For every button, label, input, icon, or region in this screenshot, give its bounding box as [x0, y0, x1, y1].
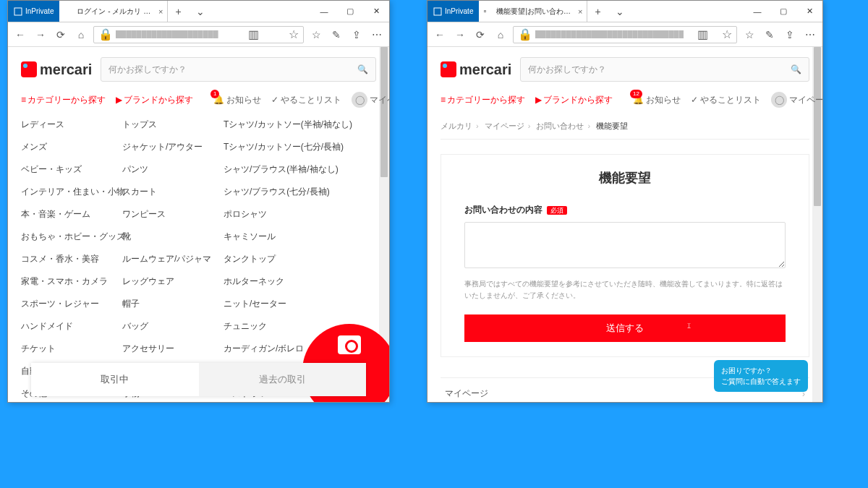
url-field[interactable]: 🔒 █████████████████████████████ ▥ ☆: [513, 26, 737, 43]
category-item[interactable]: アクセサリー: [122, 338, 212, 360]
maximize-button[interactable]: ▢: [337, 1, 363, 22]
category-item[interactable]: ニット/セーター: [224, 293, 365, 315]
category-item[interactable]: おもちゃ・ホビー・グッズ: [21, 226, 111, 248]
tab-title: 機能要望|お問い合わせ -: [496, 7, 574, 17]
share-icon[interactable]: ⇪: [349, 27, 365, 43]
page-content: mercari 何かお探しですか？ 🔍 ≡カテゴリーから探す ▶ブランドから探す…: [8, 47, 389, 402]
new-tab-button[interactable]: +: [587, 1, 608, 22]
search-icon[interactable]: 🔍: [357, 64, 368, 74]
browser-tab[interactable]: ▫ 機能要望|お問い合わせ - ×: [479, 1, 587, 22]
category-item[interactable]: トップス: [122, 114, 212, 136]
favorites-icon[interactable]: ☆: [308, 27, 324, 43]
forward-button[interactable]: →: [452, 27, 468, 43]
reader-icon[interactable]: ▥: [697, 27, 708, 41]
maximize-button[interactable]: ▢: [770, 1, 796, 22]
category-item[interactable]: ルームウェア/パジャマ: [122, 248, 212, 270]
browser-tab[interactable]: ログイン - メルカリ スマホで ×: [59, 1, 168, 22]
notes-icon[interactable]: ✎: [762, 27, 778, 43]
submit-button[interactable]: 送信する𝙸: [464, 314, 786, 342]
favorites-icon[interactable]: ☆: [741, 27, 757, 43]
tab-chevron-icon[interactable]: ⌄: [608, 1, 631, 22]
category-item[interactable]: シャツ/ブラウス(七分/長袖): [224, 181, 365, 203]
category-item[interactable]: シャツ/ブラウス(半袖/袖なし): [224, 158, 365, 181]
share-icon[interactable]: ⇪: [782, 27, 798, 43]
category-item[interactable]: 本・音楽・ゲーム: [21, 203, 111, 226]
more-icon[interactable]: ⋯: [802, 27, 818, 43]
nav-category[interactable]: ≡カテゴリーから探す: [441, 94, 525, 106]
nav-brand[interactable]: ▶ブランドから探す: [535, 94, 613, 106]
tab-close-icon[interactable]: ×: [158, 7, 163, 16]
nav-mypage[interactable]: ◯マイページ: [771, 92, 822, 108]
nav-todo[interactable]: ✓やることリスト: [271, 94, 341, 106]
refresh-button[interactable]: ⟳: [53, 27, 69, 43]
mercari-logo[interactable]: mercari: [441, 61, 511, 78]
crumb-item[interactable]: メルカリ: [441, 121, 472, 130]
category-item[interactable]: ワンピース: [122, 203, 212, 226]
category-item[interactable]: ジャケット/アウター: [122, 136, 212, 158]
tab-active-trades[interactable]: 取引中: [31, 363, 199, 396]
category-item[interactable]: インテリア・住まい・小物: [21, 181, 111, 203]
lock-icon: 🔒: [518, 27, 532, 41]
category-item[interactable]: パンツ: [122, 158, 212, 181]
category-item[interactable]: 帽子: [122, 293, 212, 315]
category-item[interactable]: チケット: [21, 338, 111, 360]
form-note: 事務局ではすべての機能要望を参考にさせていただき随時、機能改善してまいります。特…: [464, 278, 786, 301]
home-button[interactable]: ⌂: [493, 27, 509, 43]
category-item[interactable]: スポーツ・レジャー: [21, 293, 111, 315]
nav-notice[interactable]: 1🔔お知らせ: [213, 94, 261, 106]
category-item[interactable]: コスメ・香水・美容: [21, 248, 111, 270]
category-item[interactable]: レディース: [21, 114, 111, 136]
crumb-item[interactable]: お問い合わせ: [536, 121, 584, 130]
forward-button[interactable]: →: [33, 27, 48, 43]
inquiry-textarea[interactable]: [464, 222, 786, 268]
browser-window-right: InPrivate ▫ 機能要望|お問い合わせ - × + ⌄ — ▢ ✕ ← …: [427, 0, 823, 403]
reader-icon[interactable]: ▥: [248, 27, 259, 41]
feature-request-form: 機能要望 お問い合わせの内容必須 事務局ではすべての機能要望を参考にさせていただ…: [441, 154, 809, 357]
category-item[interactable]: 靴: [122, 226, 212, 248]
more-icon[interactable]: ⋯: [369, 27, 385, 43]
search-icon[interactable]: 🔍: [791, 64, 801, 74]
back-button[interactable]: ←: [12, 27, 28, 43]
category-item[interactable]: Tシャツ/カットソー(七分/長袖): [224, 136, 365, 158]
minimize-button[interactable]: —: [744, 1, 770, 22]
category-item[interactable]: キャミソール: [224, 226, 365, 248]
nav-notice[interactable]: 12🔔お知らせ: [633, 94, 681, 106]
category-item[interactable]: スカート: [122, 181, 212, 203]
tab-close-icon[interactable]: ×: [578, 7, 582, 16]
search-input[interactable]: 何かお探しですか？ 🔍: [101, 57, 376, 82]
tab-past-trades[interactable]: 過去の取引: [199, 363, 367, 396]
notes-icon[interactable]: ✎: [328, 27, 344, 43]
new-tab-button[interactable]: +: [168, 1, 188, 22]
category-item[interactable]: ハンドメイド: [21, 315, 111, 338]
category-item[interactable]: タンクトップ: [224, 248, 365, 270]
star-icon[interactable]: ☆: [722, 27, 732, 41]
category-item[interactable]: レッグウェア: [122, 270, 212, 293]
search-input[interactable]: 何かお探しですか？ 🔍: [520, 57, 809, 82]
titlebar: InPrivate ログイン - メルカリ スマホで × + ⌄ — ▢ ✕: [8, 1, 389, 22]
category-item[interactable]: Tシャツ/カットソー(半袖/袖なし): [224, 114, 365, 136]
nav-brand[interactable]: ▶ブランドから探す: [116, 94, 193, 106]
nav-todo[interactable]: ✓やることリスト: [691, 94, 761, 106]
category-item[interactable]: 家電・スマホ・カメラ: [21, 270, 111, 293]
category-item[interactable]: メンズ: [21, 136, 111, 158]
home-button[interactable]: ⌂: [73, 27, 89, 43]
category-item[interactable]: ベビー・キッズ: [21, 158, 111, 181]
close-button[interactable]: ✕: [796, 1, 822, 22]
star-icon[interactable]: ☆: [289, 27, 299, 41]
category-item[interactable]: ポロシャツ: [224, 203, 365, 226]
nav-category[interactable]: ≡カテゴリーから探す: [21, 94, 106, 106]
nav-mypage[interactable]: ◯マイページ: [352, 92, 389, 108]
window-controls: — ▢ ✕: [311, 1, 389, 22]
url-field[interactable]: 🔒 ████████████████████ ▥ ☆: [93, 26, 304, 43]
refresh-button[interactable]: ⟳: [472, 27, 488, 43]
address-bar: ← → ⟳ ⌂ 🔒 ████████████████████ ▥ ☆ ☆ ✎ ⇪…: [8, 22, 389, 47]
tab-chevron-icon[interactable]: ⌄: [189, 1, 212, 22]
minimize-button[interactable]: —: [311, 1, 337, 22]
mercari-logo[interactable]: mercari: [21, 61, 92, 78]
help-chat-bubble[interactable]: お困りですか？ ご質問に自動で答えます: [714, 360, 808, 392]
crumb-item[interactable]: マイページ: [485, 121, 524, 130]
close-button[interactable]: ✕: [363, 1, 389, 22]
category-item[interactable]: ホルターネック: [224, 270, 365, 293]
category-item[interactable]: バッグ: [122, 315, 212, 338]
back-button[interactable]: ←: [432, 27, 448, 43]
